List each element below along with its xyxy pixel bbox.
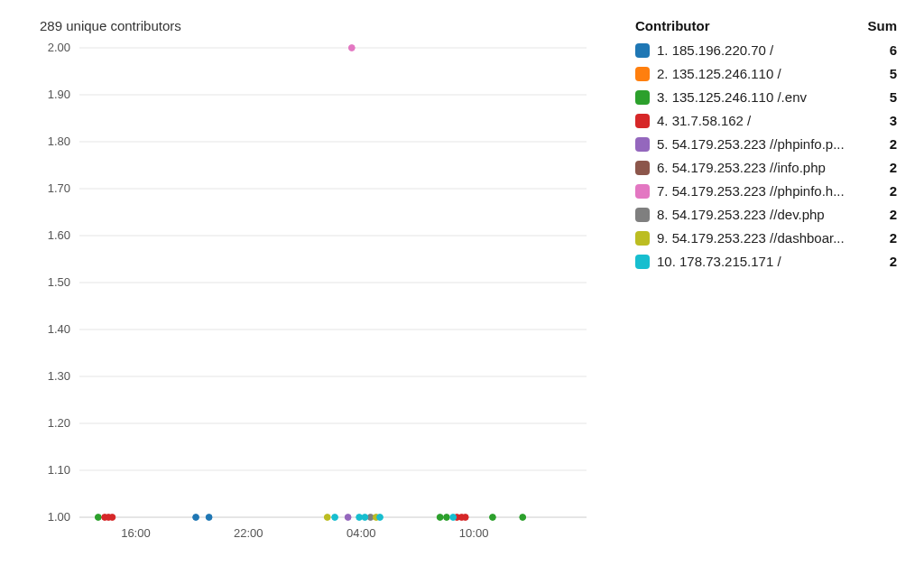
- legend-sum: 3: [881, 113, 897, 128]
- svg-point-38: [109, 515, 116, 521]
- legend-row-left: 6. 54.179.253.223 //info.php: [635, 160, 881, 175]
- svg-point-46: [362, 515, 368, 521]
- legend-label: 7. 54.179.253.223 //phpinfo.h...: [657, 183, 845, 199]
- legend-header-sum: Sum: [867, 18, 897, 33]
- svg-point-44: [332, 515, 338, 521]
- legend-row-left: 4. 31.7.58.162 /: [635, 113, 881, 128]
- legend-row[interactable]: 10. 178.73.215.171 /2: [635, 254, 897, 269]
- svg-text:2.00: 2.00: [48, 42, 70, 54]
- svg-point-47: [377, 515, 383, 521]
- legend-row-left: 3. 135.125.246.110 /.env: [635, 89, 881, 105]
- svg-point-48: [450, 515, 457, 521]
- chart-panel: 289 unique contributors 1.001.101.201.30…: [27, 18, 608, 557]
- legend-label: 10. 178.73.215.171 /: [657, 254, 781, 269]
- legend-swatch: [635, 43, 650, 58]
- legend-row[interactable]: 7. 54.179.253.223 //phpinfo.h...2: [635, 183, 897, 199]
- legend-row-left: 8. 54.179.253.223 //dev.php: [635, 207, 881, 222]
- legend-swatch: [635, 161, 650, 175]
- legend-sum: 5: [881, 89, 897, 105]
- legend-swatch: [635, 255, 650, 269]
- svg-point-30: [490, 515, 496, 521]
- legend-header-label: Contributor: [635, 18, 709, 33]
- legend-swatch: [635, 114, 650, 128]
- svg-point-39: [345, 515, 351, 521]
- svg-text:04:00: 04:00: [346, 526, 376, 540]
- legend-sum: 5: [881, 66, 897, 81]
- legend-sum: 2: [881, 254, 897, 269]
- legend-row-left: 7. 54.179.253.223 //phpinfo.h...: [635, 183, 881, 199]
- svg-point-28: [437, 515, 443, 521]
- legend-row-left: 9. 54.179.253.223 //dashboar...: [635, 230, 881, 246]
- legend-row-left: 1. 185.196.220.70 /: [635, 42, 881, 58]
- chart-title: 289 unique contributors: [27, 18, 608, 33]
- svg-point-26: [193, 515, 199, 521]
- legend-label: 8. 54.179.253.223 //dev.php: [657, 207, 825, 222]
- svg-text:1.20: 1.20: [48, 416, 70, 430]
- legend-row[interactable]: 5. 54.179.253.223 //phpinfo.p...2: [635, 136, 897, 152]
- svg-text:1.40: 1.40: [48, 322, 70, 336]
- legend-label: 5. 54.179.253.223 //phpinfo.p...: [657, 136, 845, 152]
- dashboard-container: 289 unique contributors 1.001.101.201.30…: [0, 0, 924, 566]
- legend-sum: 6: [881, 42, 897, 58]
- legend-row[interactable]: 1. 185.196.220.70 /6: [635, 42, 897, 58]
- legend-sum: 2: [881, 160, 897, 175]
- legend-row[interactable]: 6. 54.179.253.223 //info.php2: [635, 160, 897, 175]
- legend-swatch: [635, 184, 650, 199]
- svg-point-29: [444, 515, 450, 521]
- svg-point-40: [348, 45, 355, 51]
- svg-text:10:00: 10:00: [459, 526, 489, 540]
- legend-row[interactable]: 4. 31.7.58.162 /3: [635, 113, 897, 128]
- svg-point-31: [520, 515, 526, 521]
- legend-rows: 1. 185.196.220.70 /62. 135.125.246.110 /…: [635, 42, 897, 269]
- legend-sum: 2: [881, 230, 897, 246]
- legend-row[interactable]: 8. 54.179.253.223 //dev.php2: [635, 207, 897, 222]
- legend-swatch: [635, 90, 650, 105]
- legend-label: 4. 31.7.58.162 /: [657, 113, 751, 128]
- svg-text:22:00: 22:00: [234, 526, 263, 540]
- legend-sum: 2: [881, 136, 897, 152]
- legend-row-left: 5. 54.179.253.223 //phpinfo.p...: [635, 136, 881, 152]
- svg-point-27: [206, 515, 212, 521]
- legend-label: 3. 135.125.246.110 /.env: [657, 89, 807, 105]
- legend-swatch: [635, 231, 650, 246]
- legend-header: Contributor Sum: [635, 18, 897, 33]
- svg-point-42: [324, 515, 330, 521]
- svg-text:1.90: 1.90: [48, 88, 70, 101]
- legend-label: 9. 54.179.253.223 //dashboar...: [657, 230, 845, 246]
- legend-label: 1. 185.196.220.70 /: [657, 42, 773, 58]
- legend-row-left: 2. 135.125.246.110 /: [635, 66, 881, 81]
- svg-text:1.30: 1.30: [48, 369, 70, 383]
- legend-sum: 2: [881, 207, 897, 222]
- svg-text:1.60: 1.60: [48, 228, 70, 242]
- legend-row[interactable]: 3. 135.125.246.110 /.env5: [635, 89, 897, 105]
- legend-swatch: [635, 137, 650, 152]
- svg-point-35: [462, 515, 468, 521]
- scatter-chart[interactable]: 1.001.101.201.301.401.501.601.701.801.90…: [27, 42, 596, 548]
- legend-swatch: [635, 208, 650, 222]
- plot-area[interactable]: 1.001.101.201.301.401.501.601.701.801.90…: [27, 42, 608, 557]
- svg-point-32: [95, 515, 101, 521]
- legend-label: 2. 135.125.246.110 /: [657, 66, 781, 81]
- svg-text:1.00: 1.00: [48, 510, 70, 524]
- svg-text:16:00: 16:00: [121, 526, 151, 540]
- svg-text:1.50: 1.50: [48, 275, 70, 289]
- legend-row-left: 10. 178.73.215.171 /: [635, 254, 881, 269]
- legend-row[interactable]: 2. 135.125.246.110 /5: [635, 66, 897, 81]
- legend-label: 6. 54.179.253.223 //info.php: [657, 160, 826, 175]
- legend-panel: Contributor Sum 1. 185.196.220.70 /62. 1…: [608, 18, 897, 557]
- legend-row[interactable]: 9. 54.179.253.223 //dashboar...2: [635, 230, 897, 246]
- legend-swatch: [635, 67, 650, 81]
- svg-text:1.70: 1.70: [48, 181, 70, 195]
- svg-text:1.80: 1.80: [48, 135, 70, 148]
- legend-sum: 2: [881, 183, 897, 199]
- svg-text:1.10: 1.10: [48, 463, 70, 477]
